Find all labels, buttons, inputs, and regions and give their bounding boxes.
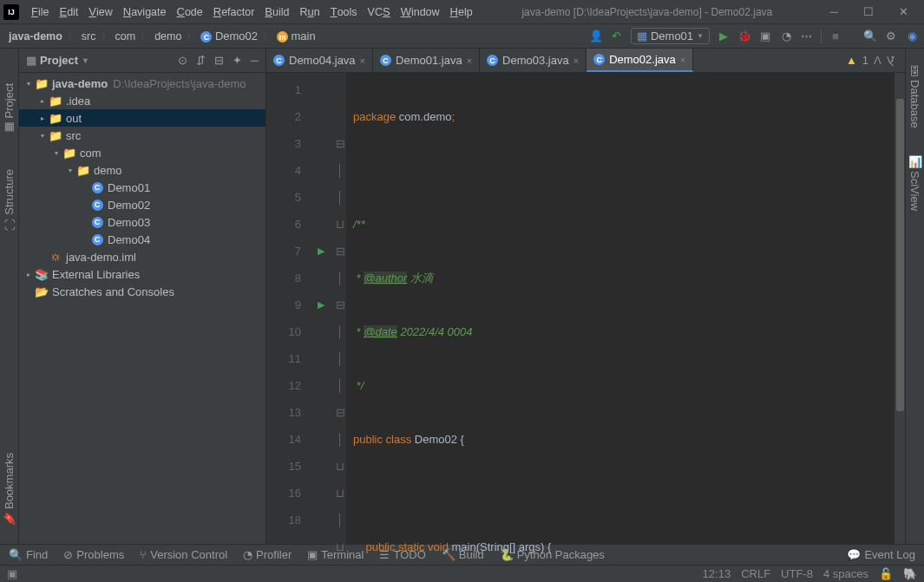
tree-node-class[interactable]: CDemo02 (19, 196, 265, 213)
inspect-icon[interactable]: ◉ (905, 29, 919, 43)
add-user-icon[interactable]: 👤 (589, 29, 603, 43)
tab-demo03[interactable]: CDemo03.java× (480, 49, 587, 72)
tree-node-demo[interactable]: ▾ 📁demo (19, 161, 265, 179)
tree-node-iml[interactable]: ⛭java-demo.iml (19, 248, 265, 265)
run-icon[interactable]: ▶ (717, 29, 731, 43)
code-content[interactable]: package com.demo; /** * @author 水滴 * @da… (346, 73, 905, 544)
close-button[interactable]: ✕ (886, 0, 921, 24)
profile-icon[interactable]: ◔ (779, 29, 793, 43)
run-class-icon[interactable]: ▶ (308, 238, 334, 265)
structure-tool-button[interactable]: ⛶Structure (3, 169, 16, 230)
menu-refactor[interactable]: Refactor (208, 5, 260, 18)
revert-icon[interactable]: ↶ (610, 29, 624, 43)
chevron-right-icon: 〉 (66, 30, 78, 43)
breadcrumb-item[interactable]: C Demo02 (197, 29, 261, 43)
project-panel-header: ▦ Project ▼ ⊙ ⇵ ⊟ ✦ ─ (19, 49, 265, 73)
toolwindow-toggle-icon[interactable]: ▣ (7, 567, 17, 580)
menu-help[interactable]: Help (445, 5, 478, 18)
fold-gutter[interactable]: ⊟││⊔⊟│⊟│││⊟│⊔⊔│⊔ (334, 73, 346, 544)
run-configuration-select[interactable]: ▦ Demo01 ▼ (631, 28, 710, 44)
tree-node-com[interactable]: ▾ 📁com (19, 144, 265, 161)
tab-demo01[interactable]: CDemo01.java× (373, 49, 480, 72)
close-icon[interactable]: × (360, 56, 365, 66)
breadcrumb-item[interactable]: com (112, 30, 140, 43)
menu-code[interactable]: Code (171, 5, 207, 18)
navigation-bar: java-demo 〉 src 〉 com 〉 demo 〉 C Demo02 … (0, 24, 924, 49)
line-number-gutter[interactable]: 1234567891011121314151618 (266, 73, 308, 544)
inspection-widget[interactable]: ▲ 1 ᐱ ᐯ (846, 54, 895, 67)
editor-tabs: CDemo04.java× CDemo01.java× CDemo03.java… (266, 49, 905, 73)
memory-icon[interactable]: 🐘 (903, 567, 917, 580)
warning-icon: ▲ (846, 54, 857, 67)
left-tool-strip: ▦Project ⛶Structure 🔖Bookmarks (0, 49, 19, 544)
menu-run[interactable]: Run (294, 5, 324, 18)
project-panel: ▦ Project ▼ ⊙ ⇵ ⊟ ✦ ─ ▾ 📁 java-demo D:\I… (19, 49, 266, 544)
tree-node-root[interactable]: ▾ 📁 java-demo D:\IdeaProjects\java-demo (19, 75, 265, 92)
breadcrumb-item[interactable]: java-demo (5, 30, 66, 43)
run-gutter[interactable]: ▶ ▶ (308, 73, 334, 544)
tree-node-idea[interactable]: ▸ 📁.idea (19, 92, 265, 109)
debug-icon[interactable]: 🐞 (737, 29, 751, 43)
find-tool-button[interactable]: 🔍Find (9, 548, 48, 561)
tree-node-src[interactable]: ▾ 📁src (19, 127, 265, 144)
editor[interactable]: 1234567891011121314151618 ▶ ▶ ⊟││⊔⊟│⊟│││… (266, 73, 905, 544)
more-icon[interactable]: ⋯ (800, 29, 814, 43)
stop-icon[interactable]: ■ (829, 29, 842, 43)
panel-title[interactable]: Project (36, 54, 78, 67)
minimize-button[interactable]: ─ (816, 0, 851, 24)
chevron-right-icon: 〉 (139, 30, 151, 43)
tree-node-scratches[interactable]: 📂Scratches and Consoles (19, 283, 265, 300)
editor-scrollbar[interactable] (895, 73, 905, 544)
menu-build[interactable]: Build (259, 5, 294, 18)
sciview-tool-button[interactable]: 📊 SciView (908, 154, 921, 211)
database-tool-button[interactable]: 🗄 Database (908, 66, 921, 128)
run-config-name: Demo01 (651, 29, 693, 43)
settings-icon[interactable]: ⚙ (884, 29, 898, 43)
project-tool-button[interactable]: ▦Project (3, 83, 16, 134)
menu-file[interactable]: File (26, 5, 54, 18)
search-icon[interactable]: 🔍 (863, 29, 877, 43)
tree-node-out[interactable]: ▸ 📁out (19, 109, 265, 127)
menu-vcs[interactable]: VCS (363, 5, 396, 18)
profiler-tool-button[interactable]: ◔Profiler (243, 548, 292, 561)
chevron-right-icon: 〉 (185, 30, 197, 43)
project-tree[interactable]: ▾ 📁 java-demo D:\IdeaProjects\java-demo … (19, 73, 265, 544)
coverage-icon[interactable]: ▣ (758, 29, 772, 43)
problems-tool-button[interactable]: ⊘Problems (63, 548, 124, 561)
expand-all-icon[interactable]: ⇵ (196, 54, 206, 67)
next-highlight-icon[interactable]: ᐯ (887, 54, 895, 67)
problems-icon: ⊘ (63, 548, 73, 561)
tab-demo04[interactable]: CDemo04.java× (266, 49, 373, 72)
close-icon[interactable]: × (573, 56, 579, 66)
breadcrumb-item[interactable]: demo (151, 30, 185, 43)
select-opened-icon[interactable]: ⊙ (178, 54, 187, 67)
menu-navigate[interactable]: Navigate (118, 5, 172, 18)
maximize-button[interactable]: ☐ (851, 0, 886, 24)
menu-tools[interactable]: Tools (325, 5, 363, 18)
branch-icon: ⑂ (140, 548, 147, 561)
titlebar: IJ File Edit View Navigate Code Refactor… (0, 0, 924, 24)
menu-edit[interactable]: Edit (54, 5, 83, 18)
settings-icon[interactable]: ✦ (233, 54, 242, 67)
run-method-icon[interactable]: ▶ (308, 291, 334, 318)
prev-highlight-icon[interactable]: ᐱ (874, 54, 881, 67)
menu-window[interactable]: Window (396, 5, 445, 18)
chevron-down-icon[interactable]: ▼ (78, 56, 89, 65)
tree-node-class[interactable]: CDemo03 (19, 213, 265, 231)
tab-demo02[interactable]: CDemo02.java× (587, 49, 693, 72)
tree-node-class[interactable]: CDemo01 (19, 179, 265, 196)
bookmarks-tool-button[interactable]: 🔖Bookmarks (3, 453, 16, 526)
vcs-tool-button[interactable]: ⑂Version Control (140, 548, 227, 561)
breadcrumb-item[interactable]: m main (273, 29, 319, 43)
profiler-icon: ◔ (243, 548, 252, 561)
close-icon[interactable]: × (680, 55, 685, 65)
tree-node-class[interactable]: CDemo04 (19, 231, 265, 248)
breadcrumb-item[interactable]: src (78, 30, 100, 43)
close-icon[interactable]: × (467, 56, 472, 66)
chevron-right-icon: 〉 (261, 30, 273, 43)
menu-view[interactable]: View (83, 5, 117, 18)
hide-icon[interactable]: ─ (251, 54, 259, 67)
collapse-all-icon[interactable]: ⊟ (214, 54, 224, 67)
app-logo-icon: IJ (3, 4, 19, 20)
tree-node-extlib[interactable]: ▸📚External Libraries (19, 265, 265, 283)
